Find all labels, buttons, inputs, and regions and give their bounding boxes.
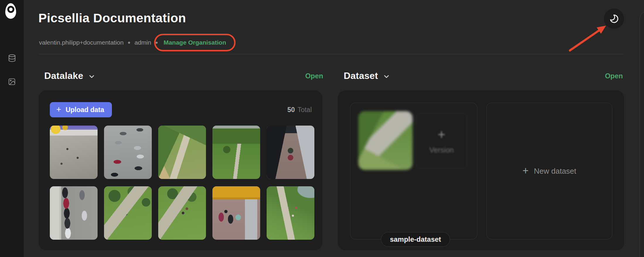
image-icon	[8, 78, 16, 86]
breadcrumb-user: valentin.philipp+documentation	[39, 39, 124, 46]
datalake-thumbnail[interactable]	[267, 126, 314, 179]
plus-icon: +	[438, 128, 446, 141]
sample-dataset-name-pill: sample-dataset	[381, 232, 450, 247]
datalake-thumbnail[interactable]	[212, 126, 260, 179]
datalake-thumbnail-grid	[50, 126, 314, 240]
new-version-button[interactable]: + Version	[416, 113, 467, 168]
app-window: Picsellia Documentation valentin.philipp…	[0, 0, 644, 257]
datalake-panel: + Upload data 50 Total	[39, 90, 322, 250]
datalake-thumbnail[interactable]	[50, 186, 98, 240]
picsellia-logo[interactable]	[5, 3, 16, 19]
total-count: 50	[287, 106, 295, 114]
sample-dataset-name: sample-dataset	[390, 235, 441, 244]
dataset-open-link[interactable]: Open	[605, 72, 623, 80]
datalake-thumbnail[interactable]	[267, 186, 314, 240]
datalake-thumbnail[interactable]	[158, 126, 206, 179]
page-title: Picsellia Documentation	[38, 12, 186, 24]
plus-icon: +	[522, 165, 529, 176]
dataset-title: Dataset	[344, 70, 378, 81]
chevron-down-icon	[383, 73, 390, 80]
database-icon	[8, 54, 16, 62]
datalake-open-link[interactable]: Open	[305, 72, 323, 80]
annotation-highlight-ring: Manage Organisation	[154, 34, 236, 51]
upload-data-button[interactable]: + Upload data	[50, 102, 112, 117]
dataset-thumbnail	[358, 111, 413, 170]
datalake-thumbnail[interactable]	[50, 126, 98, 179]
theme-toggle-button[interactable]	[604, 9, 624, 29]
datalake-thumbnail[interactable]	[104, 186, 152, 240]
new-dataset-card[interactable]: + New dataset	[486, 103, 612, 239]
version-label: Version	[429, 146, 454, 154]
datalake-thumbnail[interactable]	[212, 186, 260, 240]
breadcrumb-separator-dot	[128, 42, 130, 44]
upload-data-label: Upload data	[66, 106, 104, 114]
new-dataset-label: New dataset	[534, 167, 576, 176]
sidebar	[0, 0, 24, 257]
dataset-panel: + Version sample-dataset + New dataset	[338, 90, 624, 250]
moon-icon	[609, 14, 619, 24]
sidebar-item-datalake[interactable]	[6, 52, 18, 64]
header-divider	[39, 54, 623, 54]
total-label: Total	[297, 106, 312, 114]
datalake-thumbnail[interactable]	[104, 126, 152, 179]
plus-icon: +	[56, 105, 61, 114]
sidebar-item-images[interactable]	[6, 76, 18, 87]
datalake-title: Datalake	[44, 70, 83, 81]
sample-dataset-card[interactable]: + Version sample-dataset	[350, 103, 477, 239]
breadcrumb-role: admin	[134, 39, 151, 46]
datalake-section-header[interactable]: Datalake	[44, 69, 96, 82]
datalake-thumbnail[interactable]	[158, 186, 206, 240]
breadcrumb: valentin.philipp+documentation admin Man…	[39, 38, 228, 47]
datalake-total: 50 Total	[287, 102, 312, 117]
chevron-down-icon	[88, 73, 96, 80]
manage-organisation-link[interactable]: Manage Organisation	[163, 39, 226, 46]
dataset-section-header[interactable]: Dataset	[344, 69, 390, 82]
annotation-arrow-icon	[566, 23, 613, 55]
offscreen-section-edge	[640, 11, 644, 257]
picsellia-logo-ring	[7, 6, 14, 13]
